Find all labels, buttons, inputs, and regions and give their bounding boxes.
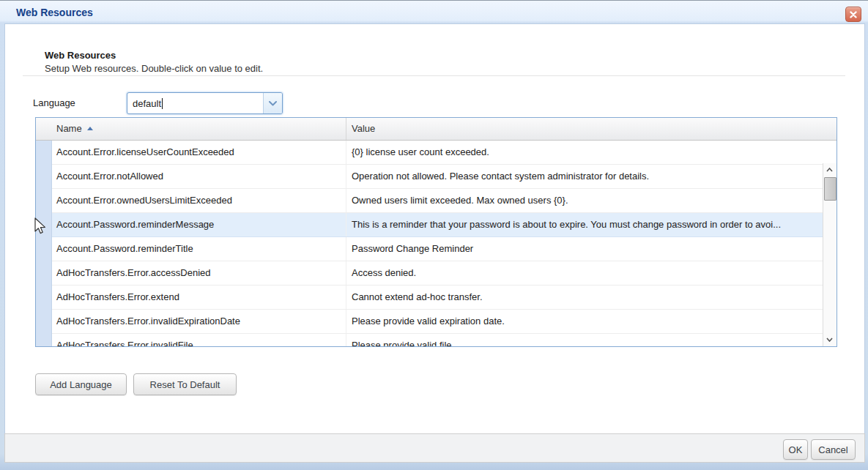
language-combobox-value: default [127, 98, 263, 109]
grid-cell-name[interactable]: Account.Error.ownedUsersLimitExceeded [51, 189, 346, 212]
chevron-down-icon [826, 337, 833, 342]
dialog-body: Web Resources Setup Web resources. Doubl… [4, 23, 865, 434]
table-row[interactable]: AdHocTransfers.Error.extend Cannot exten… [36, 286, 823, 310]
table-row[interactable]: Account.Password.reminderMessage This is… [36, 213, 823, 237]
language-label: Language [33, 97, 75, 108]
header-selector-cell [36, 118, 51, 140]
chevron-up-icon [826, 168, 833, 172]
divider [23, 75, 845, 76]
dialog-footer: OK Cancel [4, 433, 865, 463]
combobox-trigger[interactable] [263, 93, 282, 113]
web-resources-dialog: { "window": { "title": "Web Resources" }… [0, 0, 868, 470]
text-caret [162, 98, 163, 109]
table-row[interactable]: AdHocTransfers.Error.accessDenied Access… [36, 261, 823, 286]
grid-cell-name[interactable]: AdHocTransfers.Error.extend [51, 286, 346, 309]
grid-body: Account.Error.licenseUserCountExceeded {… [36, 141, 837, 346]
row-selector-strip [36, 141, 52, 346]
grid-cell-name[interactable]: AdHocTransfers.Error.invalidFile [51, 334, 346, 346]
grid-rows: Account.Error.licenseUserCountExceeded {… [36, 141, 823, 346]
grid-cell-name[interactable]: Account.Error.licenseUserCountExceeded [51, 141, 346, 164]
table-row[interactable]: Account.Error.notAllowed Operation not a… [36, 165, 823, 189]
close-button[interactable] [845, 7, 861, 22]
page-subtitle: Setup Web resources. Double-click on val… [45, 63, 263, 74]
grid-header: Name Value [36, 118, 837, 141]
grid-cell-name[interactable]: Account.Error.notAllowed [51, 165, 346, 188]
chevron-down-icon [269, 101, 277, 106]
grid-cell-name[interactable]: AdHocTransfers.Error.invalidExpirationDa… [51, 310, 346, 333]
page-title: Web Resources [45, 50, 116, 61]
grid-cell-value[interactable]: Operation not allowed. Please contact sy… [346, 165, 823, 188]
table-row[interactable]: AdHocTransfers.Error.invalidFile Please … [36, 334, 823, 346]
column-header-name[interactable]: Name [51, 118, 346, 140]
grid-cell-name[interactable]: AdHocTransfers.Error.accessDenied [51, 261, 346, 285]
web-resources-grid: Name Value Account.Error.licenseUserCoun… [35, 117, 837, 347]
window-title: Web Resources [16, 7, 93, 18]
vertical-scrollbar[interactable] [823, 163, 837, 346]
grid-cell-value[interactable]: This is a reminder that your password is… [346, 213, 823, 236]
cancel-button[interactable]: Cancel [811, 439, 856, 460]
close-icon [850, 11, 857, 18]
grid-cell-value[interactable]: Please provide valid file. [346, 334, 823, 346]
table-row[interactable]: AdHocTransfers.Error.invalidExpirationDa… [36, 310, 823, 334]
scrollbar-thumb[interactable] [824, 177, 837, 201]
grid-cell-value[interactable]: Owned users limit exceeded. Max owned us… [346, 189, 823, 212]
sort-ascending-icon [87, 127, 93, 130]
grid-cell-value[interactable]: Password Change Reminder [346, 237, 823, 261]
grid-cell-value[interactable]: Please provide valid expiration date. [346, 310, 823, 333]
table-row[interactable]: Account.Error.licenseUserCountExceeded {… [36, 141, 823, 165]
reset-to-default-button[interactable]: Reset To Default [133, 373, 237, 395]
column-header-value[interactable]: Value [346, 118, 837, 140]
language-combobox[interactable]: default [127, 92, 283, 114]
grid-cell-value[interactable]: Cannot extend ad-hoc transfer. [346, 286, 823, 309]
table-row[interactable]: Account.Password.reminderTitle Password … [36, 237, 823, 261]
grid-cell-value[interactable]: Access denied. [346, 261, 823, 285]
scroll-down-button[interactable] [823, 334, 836, 346]
add-language-button[interactable]: Add Language [35, 373, 127, 395]
scroll-up-button[interactable] [823, 164, 836, 176]
grid-cell-name[interactable]: Account.Password.reminderMessage [51, 213, 346, 236]
grid-cell-value[interactable]: {0} license user count exceeded. [346, 141, 823, 164]
ok-button[interactable]: OK [783, 439, 808, 460]
grid-cell-name[interactable]: Account.Password.reminderTitle [51, 237, 346, 261]
table-row[interactable]: Account.Error.ownedUsersLimitExceeded Ow… [36, 189, 823, 213]
